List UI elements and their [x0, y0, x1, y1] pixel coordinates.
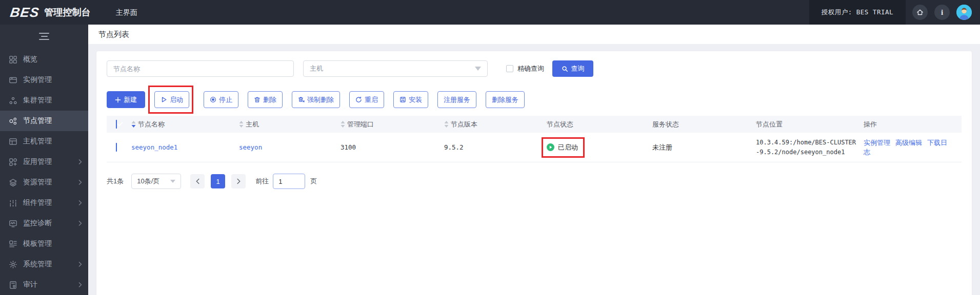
sidebar-item-monitoring-diagnosis[interactable]: 监控诊断: [0, 213, 88, 234]
sidebar-item-label: 应用管理: [23, 157, 78, 166]
goto-page-input[interactable]: [273, 174, 305, 189]
node-status-text: 已启动: [558, 143, 578, 152]
delete-button[interactable]: 删除: [248, 91, 283, 108]
page-size-select[interactable]: 10条/页: [131, 174, 181, 189]
host-select-value: 主机: [310, 64, 323, 73]
sidebar-item-app-management[interactable]: 应用管理: [0, 152, 88, 172]
column-header-host[interactable]: 主机: [246, 120, 259, 129]
node-name-link[interactable]: seeyon_node1: [131, 143, 177, 151]
sidebar-item-label: 资源管理: [23, 178, 78, 187]
tab-main-interface[interactable]: 主界面: [112, 0, 142, 25]
instance-management-link[interactable]: 实例管理: [864, 139, 890, 146]
sidebar-item-overview[interactable]: 概览: [0, 49, 88, 70]
sort-icon[interactable]: [239, 121, 244, 128]
delete-service-button[interactable]: 删除服务: [486, 91, 525, 108]
delete-service-button-label: 删除服务: [492, 95, 518, 104]
user-avatar[interactable]: [956, 5, 972, 20]
select-all-checkbox[interactable]: [116, 120, 117, 129]
sidebar-item-label: 节点管理: [23, 116, 82, 125]
restart-icon: [355, 96, 362, 103]
avatar-icon: [956, 5, 972, 20]
home-button[interactable]: [912, 5, 928, 20]
header-right: 授权用户: BES TRIAL i: [809, 0, 980, 25]
sidebar-item-label: 系统管理: [23, 260, 78, 269]
sidebar-item-audit[interactable]: 审计: [0, 275, 88, 295]
sidebar-item-component-management[interactable]: 组件管理: [0, 193, 88, 213]
overview-icon: [9, 55, 17, 64]
service-status-text: 未注册: [652, 143, 672, 151]
sidebar-item-cluster-management[interactable]: 集群管理: [0, 90, 88, 111]
sidebar: 概览 实例管理 集群管理 节点管理 主机管理 应用管理 资源管理: [0, 25, 88, 295]
query-button[interactable]: 查询: [552, 60, 593, 77]
node-location-text: 10.3.4.59:/home/BES-CLUSTER-9.5.2/node/s…: [756, 138, 858, 157]
cluster-icon: [9, 96, 17, 105]
register-service-button-label: 注册服务: [444, 95, 470, 104]
advanced-edit-link[interactable]: 高级编辑: [895, 139, 922, 146]
exact-query-checkbox-group[interactable]: 精确查询: [506, 64, 544, 73]
sidebar-item-label: 实例管理: [23, 75, 82, 85]
new-button[interactable]: 新建: [107, 91, 145, 108]
stop-button[interactable]: 停止: [204, 91, 238, 108]
host-select[interactable]: 主机: [303, 60, 488, 77]
play-icon: [161, 96, 167, 103]
audit-icon: [9, 281, 17, 289]
page-unit-label: 页: [310, 177, 317, 186]
next-page-button[interactable]: [231, 174, 246, 188]
sidebar-item-label: 审计: [23, 280, 78, 289]
plus-icon: [115, 97, 121, 103]
sort-icon[interactable]: [341, 121, 345, 128]
node-table: 节点名称 主机 管理端口: [107, 116, 962, 162]
info-icon: i: [941, 9, 943, 16]
host-link[interactable]: seeyon: [239, 143, 262, 151]
toolbar: 新建 启动 停止 删除 强制删除: [107, 91, 962, 108]
app-icon: [9, 158, 17, 166]
app-logo: BES 管理控制台: [0, 5, 103, 20]
column-header-node-version[interactable]: 节点版本: [451, 120, 477, 129]
sidebar-item-system-management[interactable]: 系统管理: [0, 254, 88, 275]
delete-button-label: 删除: [263, 95, 276, 104]
restart-button[interactable]: 重启: [349, 91, 384, 108]
filter-row: 主机 精确查询 查询: [107, 60, 962, 77]
sidebar-item-template-management[interactable]: 模板管理: [0, 234, 88, 254]
sidebar-item-label: 主机管理: [23, 137, 82, 146]
start-button[interactable]: 启动: [154, 91, 189, 108]
prev-page-button[interactable]: [190, 174, 205, 188]
install-disk-icon: [399, 96, 406, 103]
node-list-card: 主机 精确查询 查询 新建 启动: [96, 51, 972, 295]
register-service-button[interactable]: 注册服务: [437, 91, 476, 108]
column-header-node-name[interactable]: 节点名称: [138, 120, 165, 129]
force-delete-button-label: 强制删除: [307, 95, 334, 104]
install-button[interactable]: 安装: [393, 91, 428, 108]
column-header-actions: 操作: [864, 120, 877, 128]
column-header-service-status: 服务状态: [652, 120, 679, 128]
chevron-right-icon: [78, 261, 82, 267]
sort-icon[interactable]: [444, 121, 449, 128]
sidebar-item-resource-management[interactable]: 资源管理: [0, 172, 88, 193]
sidebar-item-label: 概览: [23, 55, 82, 64]
stop-icon: [210, 96, 216, 103]
row-checkbox[interactable]: [116, 143, 117, 152]
force-delete-button[interactable]: 强制删除: [292, 91, 340, 108]
content-area: 主机 精确查询 查询 新建 启动: [88, 44, 980, 295]
exact-query-checkbox[interactable]: [506, 65, 513, 72]
caret-down-icon: [475, 67, 481, 71]
monitor-icon: [9, 219, 17, 228]
node-name-input[interactable]: [107, 60, 294, 77]
sidebar-collapse-toggle[interactable]: [38, 33, 50, 40]
chevron-right-icon: [78, 200, 82, 206]
column-header-admin-port[interactable]: 管理端口: [347, 120, 374, 129]
sidebar-item-host-management[interactable]: 主机管理: [0, 131, 88, 152]
home-icon: [916, 8, 924, 16]
sidebar-item-node-management[interactable]: 节点管理: [0, 111, 88, 131]
info-button[interactable]: i: [934, 5, 950, 20]
sidebar-item-instance-management[interactable]: 实例管理: [0, 70, 88, 90]
sidebar-item-label: 集群管理: [23, 96, 82, 105]
licensed-user-badge: 授权用户: BES TRIAL: [809, 0, 906, 25]
chevron-right-icon: [78, 220, 82, 226]
sort-icon[interactable]: [131, 121, 136, 128]
template-icon: [9, 240, 17, 248]
pagination: 共1条 10条/页 1 前往 页: [107, 174, 962, 189]
bes-logo: BES: [9, 5, 41, 20]
stop-button-label: 停止: [219, 95, 232, 104]
page-number-1[interactable]: 1: [211, 174, 225, 188]
